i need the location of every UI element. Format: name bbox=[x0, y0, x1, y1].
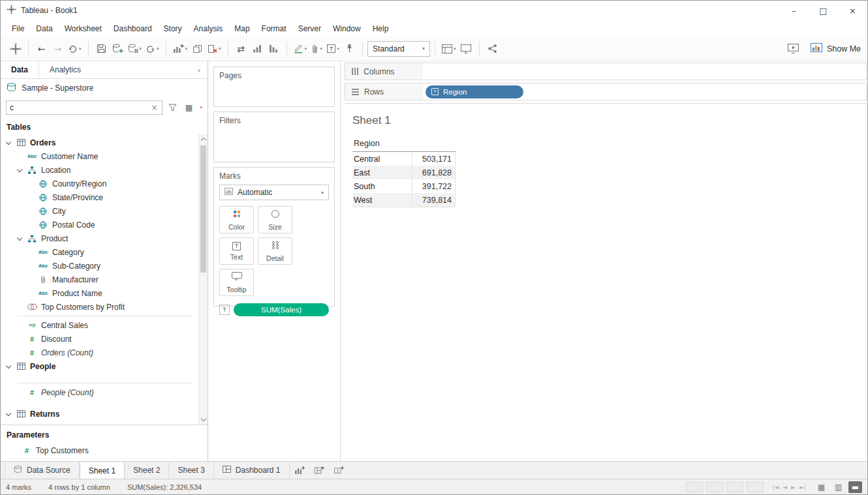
field-product-name[interactable]: AbcProduct Name bbox=[1, 286, 196, 300]
close-button[interactable]: × bbox=[838, 1, 867, 20]
new-dashboard-button[interactable] bbox=[309, 462, 329, 479]
new-worksheet-button[interactable]: ▾ bbox=[171, 40, 190, 58]
pill-sum-sales[interactable]: SUM(Sales) bbox=[234, 303, 329, 316]
menu-map[interactable]: Map bbox=[228, 22, 255, 36]
new-story-button[interactable] bbox=[329, 462, 349, 479]
menu-story[interactable]: Story bbox=[158, 22, 188, 36]
columns-shelf-content[interactable] bbox=[422, 63, 866, 80]
scroll-up-button[interactable] bbox=[199, 134, 208, 144]
expand-caret-icon[interactable] bbox=[6, 410, 11, 415]
field-category[interactable]: AbcCategory bbox=[1, 245, 196, 259]
search-input[interactable] bbox=[10, 103, 149, 112]
next-page-button[interactable]: ► bbox=[791, 484, 796, 490]
menu-window[interactable]: Window bbox=[327, 22, 367, 36]
menu-server[interactable]: Server bbox=[292, 22, 327, 36]
field-location[interactable]: Location bbox=[1, 163, 196, 177]
view-options-caret-icon[interactable]: ▾ bbox=[200, 105, 202, 110]
tooltip-button[interactable]: Tooltip bbox=[219, 269, 254, 296]
parameter-top-customers[interactable]: #Top Customers bbox=[1, 443, 208, 457]
replay-button[interactable]: ▾ bbox=[66, 40, 84, 58]
presentation-button[interactable] bbox=[785, 40, 801, 58]
save-button[interactable] bbox=[93, 40, 110, 58]
tab-analytics[interactable]: Analytics bbox=[39, 61, 91, 78]
field-country-region[interactable]: Country/Region bbox=[1, 177, 196, 190]
collapse-pane-button[interactable]: ‹ bbox=[191, 61, 208, 78]
filmstrip-view-button[interactable]: ▬ bbox=[848, 481, 862, 493]
tab-sheet-1[interactable]: Sheet 1 bbox=[80, 462, 125, 479]
share-button[interactable] bbox=[484, 40, 501, 58]
field-people-count[interactable]: #People (Count) bbox=[1, 385, 196, 399]
field-top-customers-by-profit[interactable]: Top Customers by Profit bbox=[1, 300, 196, 314]
field-orders-count[interactable]: #Orders (Count) bbox=[1, 346, 196, 359]
view-options-icon[interactable]: ▦ bbox=[182, 103, 195, 112]
pause-updates-button[interactable]: ▾ bbox=[126, 40, 144, 58]
fit-select[interactable]: Standard ▾ bbox=[367, 41, 430, 57]
group-button[interactable]: ▾ bbox=[309, 40, 325, 58]
field-discount[interactable]: #Discount bbox=[1, 332, 196, 346]
undo-button[interactable]: ← bbox=[33, 40, 50, 58]
clear-search-icon[interactable]: × bbox=[149, 103, 159, 112]
sort-asc-button[interactable] bbox=[249, 40, 266, 58]
show-me-button[interactable]: Show Me bbox=[811, 43, 861, 54]
tab-sheet-2[interactable]: Sheet 2 bbox=[125, 462, 169, 479]
menu-dashboard[interactable]: Dashboard bbox=[108, 22, 158, 36]
maximize-button[interactable]: □ bbox=[809, 1, 838, 20]
detail-button[interactable]: Detail bbox=[258, 237, 292, 265]
size-button[interactable]: Size bbox=[258, 206, 292, 233]
add-data-button[interactable] bbox=[110, 40, 126, 58]
tree-scrollbar[interactable] bbox=[198, 134, 208, 425]
tab-data[interactable]: Data bbox=[1, 61, 39, 78]
highlight-button[interactable]: ▾ bbox=[292, 40, 309, 58]
field-central-sales[interactable]: =#Central Sales bbox=[1, 318, 196, 332]
menu-worksheet[interactable]: Worksheet bbox=[59, 22, 108, 36]
run-updates-button[interactable]: ▾ bbox=[144, 40, 161, 58]
expand-caret-icon[interactable] bbox=[6, 363, 11, 368]
mark-type-select[interactable]: Automatic ▾ bbox=[219, 185, 329, 200]
search-box[interactable]: × bbox=[6, 100, 163, 115]
text-button[interactable]: TText bbox=[219, 237, 254, 265]
color-button[interactable]: Color bbox=[219, 206, 254, 233]
expand-caret-icon[interactable] bbox=[17, 235, 22, 240]
new-worksheet-button[interactable] bbox=[290, 462, 309, 479]
pages-card[interactable]: Pages bbox=[213, 67, 335, 107]
menu-data[interactable]: Data bbox=[30, 22, 58, 36]
sort-desc-button[interactable] bbox=[266, 40, 282, 58]
scrollbar-thumb[interactable] bbox=[200, 145, 206, 273]
previous-page-button[interactable]: ◄ bbox=[783, 484, 787, 490]
swap-axes-button[interactable]: ⇄ bbox=[233, 40, 249, 58]
show-sheet-sorter-button[interactable]: ▥ bbox=[831, 481, 845, 493]
redo-button[interactable]: → bbox=[50, 40, 66, 58]
tab-dashboard-1[interactable]: Dashboard 1 bbox=[214, 462, 290, 479]
field-manufacturer[interactable]: Manufacturer bbox=[1, 273, 196, 286]
row-field-header[interactable]: Region bbox=[352, 138, 456, 152]
show-labels-button[interactable]: T▾ bbox=[325, 40, 341, 58]
field-product[interactable]: Product bbox=[1, 232, 196, 245]
field-state-province[interactable]: State/Province bbox=[1, 190, 196, 204]
expand-caret-icon[interactable] bbox=[17, 166, 22, 172]
view-toggle-button[interactable] bbox=[458, 40, 474, 58]
datasource-row[interactable]: Sample - Superstore bbox=[1, 79, 208, 97]
duplicate-button[interactable] bbox=[189, 40, 206, 58]
field-orders[interactable]: Orders bbox=[1, 136, 196, 149]
last-page-button[interactable]: ►| bbox=[799, 484, 806, 490]
tab-sheet-3[interactable]: Sheet 3 bbox=[169, 462, 213, 479]
show-tabs-view-button[interactable]: ▦ bbox=[814, 481, 828, 493]
menu-analysis[interactable]: Analysis bbox=[188, 22, 229, 36]
expand-caret-icon[interactable] bbox=[6, 139, 11, 144]
filters-card[interactable]: Filters bbox=[213, 112, 335, 162]
field-returns[interactable]: Returns bbox=[1, 407, 196, 421]
menu-format[interactable]: Format bbox=[256, 22, 292, 36]
menu-help[interactable]: Help bbox=[367, 22, 395, 36]
tab-data-source[interactable]: Data Source bbox=[5, 462, 80, 479]
scroll-down-button[interactable] bbox=[199, 415, 208, 425]
first-page-button[interactable]: |◄ bbox=[772, 484, 779, 490]
field-city[interactable]: City bbox=[1, 204, 196, 218]
field-sub-category[interactable]: AbcSub-Category bbox=[1, 259, 196, 273]
clear-sheet-button[interactable]: ▾ bbox=[206, 40, 223, 58]
fix-axes-button[interactable] bbox=[341, 40, 358, 58]
field-postal-code[interactable]: Postal Code bbox=[1, 218, 196, 232]
minimize-button[interactable]: – bbox=[779, 1, 809, 20]
field-customer-name[interactable]: AbcCustomer Name bbox=[1, 149, 196, 163]
menu-file[interactable]: File bbox=[6, 22, 30, 36]
field-people[interactable]: People bbox=[1, 359, 196, 373]
